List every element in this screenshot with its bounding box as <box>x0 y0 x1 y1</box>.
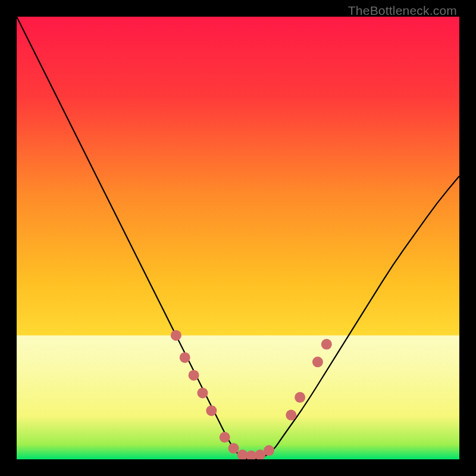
watermark-text: TheBottleneck.com <box>348 4 457 18</box>
chart-frame <box>0 0 476 476</box>
